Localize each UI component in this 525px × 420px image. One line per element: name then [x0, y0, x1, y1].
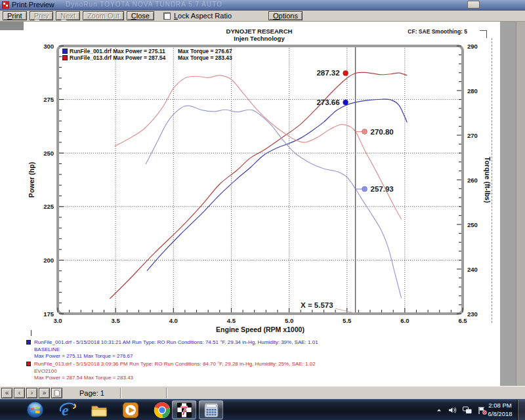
zoom-out-button[interactable]: Zoom Out [83, 11, 124, 20]
next-page-button[interactable]: › [26, 388, 37, 398]
svg-text:280: 280 [467, 87, 478, 94]
print-button[interactable]: Print [3, 11, 27, 20]
cursor-value-label: 257.93 [371, 185, 394, 193]
svg-text:7: 7 [180, 404, 188, 418]
run-info-runfile001: RunFile_001.drf - 5/15/2018 10:31:21 AM … [26, 339, 318, 360]
desktop-screen: Print Preview DynoRun TOYOTA NOVA TUNDRA… [0, 0, 525, 420]
chrome-icon[interactable] [154, 402, 171, 419]
run-013-name: EVO2100 [34, 368, 316, 375]
lock-aspect-ratio-checkbox[interactable] [163, 12, 171, 20]
statusbar: « ‹ › » Page: 1 [0, 386, 525, 399]
axis-titles: Power (hp)Torque (ft-lbs)Engine Speed (R… [28, 157, 492, 333]
svg-text:270: 270 [467, 132, 478, 139]
chart-grid [58, 46, 463, 314]
media-player-icon[interactable] [122, 402, 139, 419]
legend-swatch-blue [62, 49, 68, 54]
clock-date: 6/8/2018 [484, 410, 516, 418]
legend-power-001: Max Power = 275.11 [113, 48, 165, 54]
close-button[interactable]: Close [127, 11, 154, 20]
legend-swatch-red [62, 55, 68, 60]
run-001-name: BASELINE [34, 346, 318, 354]
svg-text:3.5: 3.5 [112, 317, 121, 324]
run-swatch-blue [26, 340, 31, 345]
svg-text:6.5: 6.5 [458, 317, 467, 324]
next-button[interactable]: Next [56, 11, 80, 20]
cursor-x-label: X = 5.573 [301, 301, 333, 309]
window-minimize-button[interactable] [467, 1, 480, 9]
window-title: Print Preview [12, 1, 54, 9]
power-axis-title: Power (hp) [28, 162, 35, 198]
cursor-dot [343, 100, 348, 105]
options-button[interactable]: Options [268, 11, 303, 20]
torque-axis-title: Torque (ft-lbs) [484, 157, 492, 203]
run-013-conditions: RunFile_013.drf - 5/15/2018 3:09:36 PM R… [34, 361, 316, 368]
statusbar-separator [166, 388, 167, 398]
run-swatch-red [26, 362, 31, 366]
axis-tick-labels: 3002752502252001752902802702602502402303… [43, 43, 478, 325]
titlebar[interactable]: Print Preview DynoRun TOYOTA NOVA TUNDRA… [0, 0, 525, 10]
run-001-max-values: Max Power = 275.11 Max Torque = 276.67 [34, 353, 318, 360]
titlebar-ghost-text: DynoRun TOYOTA NOVA TUNDRA 5.7 AUTO [66, 1, 222, 8]
tray-expand-arrow-icon[interactable] [436, 407, 442, 413]
network-icon[interactable] [463, 406, 472, 414]
prev-button[interactable]: Prev [30, 11, 54, 20]
legend-file-001: RunFile_001.drf [70, 48, 112, 54]
legend-torque-001: Max Torque = 276.67 [178, 48, 232, 54]
run-001-conditions: RunFile_001.drf - 5/15/2018 10:31:21 AM … [34, 339, 318, 346]
svg-text:240: 240 [467, 266, 478, 273]
svg-text:3.0: 3.0 [53, 317, 62, 324]
cursor-dot [362, 129, 368, 135]
first-page-button[interactable]: « [1, 388, 12, 398]
taskbar-clock[interactable]: 2:08 PM 6/8/2018 [484, 401, 516, 418]
volume-icon[interactable] [448, 406, 457, 414]
cursor-value-label: 270.80 [371, 128, 394, 136]
axis-ticks [58, 46, 463, 314]
document-icon [54, 390, 60, 396]
runfile-013-torque-curve [114, 75, 401, 219]
winpep7-taskbar-button[interactable]: 7 [172, 400, 196, 419]
svg-text:290: 290 [467, 43, 478, 50]
legend-torque-013: Max Torque = 283.43 [178, 54, 232, 61]
winpep7-icon: 7 [177, 402, 192, 418]
windows-explorer-icon[interactable] [91, 402, 108, 419]
run-info-runfile013: RunFile_013.drf - 5/15/2018 3:09:36 PM R… [26, 361, 316, 382]
runfile-001-power-curve [147, 99, 408, 271]
cursor-dot [343, 70, 348, 75]
svg-text:260: 260 [467, 177, 478, 184]
calculator-taskbar-button[interactable] [199, 400, 223, 419]
svg-text:4.5: 4.5 [227, 317, 236, 324]
internet-explorer-icon[interactable]: e [59, 402, 76, 419]
clock-time: 2:08 PM [484, 401, 516, 410]
page-setup-button[interactable] [51, 388, 62, 398]
winpep-app-icon [2, 1, 9, 9]
chart-curves [110, 72, 407, 299]
calculator-icon [204, 403, 219, 417]
svg-text:4.0: 4.0 [169, 317, 178, 324]
page-number-label: Page: 1 [79, 389, 104, 397]
prev-page-button[interactable]: ‹ [14, 388, 25, 398]
runfile-001-torque-curve [146, 106, 402, 298]
svg-text:175: 175 [43, 310, 54, 318]
svg-text:5.0: 5.0 [285, 317, 293, 324]
show-desktop-button[interactable] [517, 400, 525, 420]
dyno-chart: 3002752502252001752902802702602502402303… [0, 22, 525, 386]
runfile-013-power-curve [110, 72, 407, 299]
plot-frame [58, 46, 463, 314]
statusbar-separator [120, 388, 121, 398]
run-013-max-values: Max Power = 287.54 Max Torque = 283.43 [34, 375, 316, 382]
svg-text:250: 250 [467, 221, 478, 228]
svg-text:225: 225 [43, 203, 54, 210]
svg-text:5.5: 5.5 [343, 317, 352, 324]
svg-text:230: 230 [467, 310, 478, 318]
legend-file-013: RunFile_013.drf [70, 54, 112, 61]
print-preview-toolbar: Print Prev Next Zoom Out Close Lock Aspe… [0, 10, 525, 22]
cursor-value-label: 287.32 [316, 69, 339, 77]
cursor-dot [362, 186, 368, 192]
svg-text:300: 300 [43, 43, 54, 50]
last-page-button[interactable]: » [39, 388, 50, 398]
start-button[interactable] [26, 401, 44, 419]
svg-text:200: 200 [43, 257, 54, 264]
print-preview-page: DYNOJET RESEARCH Injen Technology CF: SA… [0, 22, 525, 386]
lock-aspect-ratio-label: Lock Aspect Ratio [174, 12, 232, 20]
x-axis-title: Engine Speed (RPM x1000) [216, 326, 304, 333]
